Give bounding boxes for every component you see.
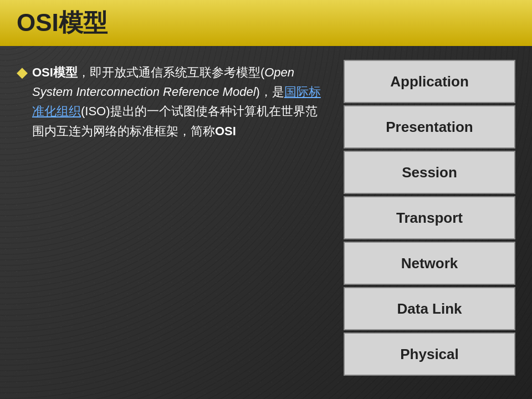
layer-network[interactable]: Network — [344, 242, 515, 285]
layer-application-label: Application — [390, 73, 469, 90]
content-area: ◆ OSI模型，即开放式通信系统互联参考模型(Open System Inter… — [0, 46, 532, 399]
bullet-text: OSI模型，即开放式通信系统互联参考模型(Open System Interco… — [32, 63, 327, 141]
close-paren: ) — [256, 85, 260, 99]
bullet-icon: ◆ — [17, 64, 28, 81]
mid-text: ，是 — [260, 85, 284, 99]
layer-data-link[interactable]: Data Link — [344, 287, 515, 330]
page-title: OSI模型 — [17, 7, 108, 39]
layer-session[interactable]: Session — [344, 151, 515, 194]
layer-session-label: Session — [402, 164, 457, 181]
layer-physical-label: Physical — [400, 346, 459, 363]
bullet-item: ◆ OSI模型，即开放式通信系统互联参考模型(Open System Inter… — [17, 63, 327, 141]
title-bar: OSI模型 — [0, 0, 532, 46]
intro-text: ，即开放式通信系统互联参考模型( — [78, 65, 264, 79]
layer-transport[interactable]: Transport — [344, 196, 515, 239]
layer-transport-label: Transport — [396, 209, 463, 227]
osi-layers-panel: Application Presentation Session Transpo… — [344, 57, 515, 388]
layer-application[interactable]: Application — [344, 60, 515, 103]
layer-data-link-label: Data Link — [397, 300, 462, 318]
layer-presentation-label: Presentation — [386, 119, 473, 136]
layer-network-label: Network — [401, 255, 458, 272]
slide: OSI模型 ◆ OSI模型，即开放式通信系统互联参考模型(Open System… — [0, 0, 532, 399]
layer-physical[interactable]: Physical — [344, 332, 515, 376]
layer-presentation[interactable]: Presentation — [344, 105, 515, 149]
left-panel: ◆ OSI模型，即开放式通信系统互联参考模型(Open System Inter… — [17, 57, 327, 388]
intro-bold: OSI模型 — [32, 65, 78, 79]
osi-abbr: OSI — [215, 124, 236, 138]
